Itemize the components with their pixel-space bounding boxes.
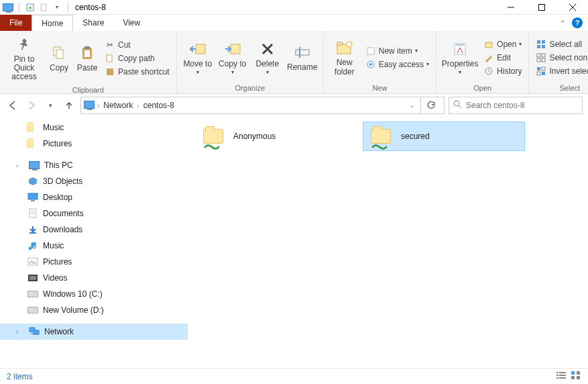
copy-path-button[interactable]: Copy path — [103, 52, 171, 64]
history-icon — [483, 66, 494, 77]
qat-dropdown-icon[interactable]: ▾ — [52, 2, 62, 13]
breadcrumb-network[interactable]: Network — [102, 101, 134, 110]
delete-button[interactable]: Delete▾ — [251, 37, 284, 79]
group-label-select: Select — [533, 83, 588, 93]
svg-rect-13 — [196, 44, 205, 54]
back-button[interactable] — [5, 98, 20, 113]
svg-line-42 — [459, 105, 461, 108]
svg-rect-44 — [31, 200, 35, 201]
tree-item-this-pc[interactable]: ›This PC — [0, 157, 188, 173]
svg-rect-3 — [539, 4, 545, 10]
label: Easy access — [379, 60, 424, 69]
chevron-right-icon[interactable]: › — [97, 102, 99, 109]
chevron-right-icon[interactable]: › — [16, 162, 24, 169]
svg-rect-40 — [542, 72, 545, 75]
tree-item-pictures[interactable]: Pictures — [0, 136, 188, 152]
invert-selection-button[interactable]: Invert selection — [534, 65, 588, 77]
minimize-button[interactable] — [495, 0, 526, 15]
label: Copy — [50, 64, 68, 73]
properties-button[interactable]: Properties▾ — [440, 37, 479, 79]
qat-properties-icon[interactable] — [25, 2, 36, 13]
cut-button[interactable]: ✂Cut — [103, 39, 171, 51]
svg-rect-43 — [28, 193, 38, 199]
up-button[interactable] — [62, 98, 76, 113]
recent-locations-button[interactable]: ▾ — [43, 98, 58, 113]
pin-to-quick-access-button[interactable]: Pin to Quick access — [4, 32, 44, 85]
tree-item-pictures[interactable]: Pictures — [0, 254, 188, 270]
content-pane[interactable]: Anonymous secured — [188, 117, 588, 368]
select-all-button[interactable]: Select all — [534, 38, 588, 50]
scissors-icon: ✂ — [105, 40, 115, 50]
properties-icon — [451, 40, 469, 58]
label: Copy to — [219, 60, 246, 68]
separator — [68, 3, 68, 12]
open-icon — [483, 39, 494, 50]
close-button[interactable] — [557, 0, 588, 15]
address-dropdown-icon[interactable]: ⌄ — [407, 102, 418, 109]
svg-rect-38 — [542, 67, 545, 70]
label: Paste shortcut — [118, 67, 170, 77]
select-none-button[interactable]: Select none — [534, 52, 588, 64]
tree-item-drive-c[interactable]: Windows 10 (C:) — [0, 286, 188, 302]
item-count: 2 items — [7, 372, 33, 381]
tree-item-network[interactable]: ›Network — [0, 324, 188, 340]
new-item-icon — [365, 46, 376, 56]
tree-item-videos[interactable]: Videos — [0, 270, 188, 286]
easy-access-button[interactable]: Easy access ▾ — [364, 58, 430, 70]
svg-rect-20 — [337, 42, 343, 45]
tree-item-desktop[interactable]: Desktop — [0, 189, 188, 205]
history-button[interactable]: History — [482, 65, 523, 77]
tab-home[interactable]: Home — [32, 15, 73, 31]
edit-button[interactable]: Edit — [482, 52, 523, 64]
navigation-pane[interactable]: Music Pictures ›This PC 3D Objects Deskt… — [0, 117, 188, 368]
copy-to-button[interactable]: Copy to▾ — [216, 37, 249, 79]
copy-button[interactable]: Copy — [46, 41, 72, 75]
desktop-icon — [27, 191, 39, 203]
downloads-icon — [27, 224, 39, 236]
tree-item-3d-objects[interactable]: 3D Objects — [0, 173, 188, 189]
paste-shortcut-button[interactable]: Paste shortcut — [103, 66, 171, 78]
label: Documents — [43, 209, 84, 218]
open-button[interactable]: Open ▾ — [482, 38, 523, 50]
svg-rect-37 — [537, 67, 540, 70]
forward-button[interactable] — [24, 98, 39, 113]
tab-share[interactable]: Share — [73, 15, 113, 31]
tree-item-downloads[interactable]: Downloads — [0, 222, 188, 238]
chevron-right-icon[interactable]: › — [137, 102, 139, 109]
label: Select none — [549, 53, 588, 62]
svg-rect-64 — [577, 376, 580, 379]
svg-rect-30 — [542, 40, 545, 44]
tab-view[interactable]: View — [113, 15, 150, 31]
maximize-button[interactable] — [526, 0, 557, 15]
move-to-button[interactable]: Move to▾ — [181, 37, 215, 79]
qat-new-icon[interactable] — [38, 2, 49, 13]
rename-button[interactable]: Rename — [286, 40, 319, 75]
folder-icon — [27, 122, 39, 134]
svg-rect-12 — [107, 68, 113, 75]
label: This PC — [44, 160, 73, 170]
refresh-button[interactable] — [420, 97, 441, 113]
new-folder-button[interactable]: New folder — [328, 36, 361, 79]
details-view-button[interactable] — [556, 371, 567, 382]
search-box[interactable] — [449, 97, 583, 114]
chevron-right-icon[interactable]: › — [16, 328, 24, 336]
svg-rect-11 — [107, 55, 112, 62]
tree-item-documents[interactable]: Documents — [0, 205, 188, 222]
ribbon-collapse-icon[interactable]: ⌃ — [560, 19, 565, 27]
paste-button[interactable]: Paste — [74, 41, 101, 75]
address-bar[interactable]: › Network › centos-8 ⌄ — [80, 97, 445, 114]
search-input[interactable] — [466, 101, 578, 110]
ribbon-tabs: File Home Share View ⌃ ? — [0, 15, 588, 31]
copy-path-icon — [105, 53, 115, 64]
tree-item-music[interactable]: Music — [0, 119, 188, 136]
breadcrumb-current[interactable]: centos-8 — [142, 101, 176, 110]
folder-item-anonymous[interactable]: Anonymous — [196, 122, 357, 150]
new-item-button[interactable]: New item ▾ — [364, 45, 430, 57]
tab-file[interactable]: File — [0, 15, 32, 31]
tree-item-music[interactable]: Music — [0, 238, 188, 254]
folder-item-secured[interactable]: secured — [363, 122, 524, 150]
tree-item-drive-d[interactable]: New Volume (D:) — [0, 302, 188, 318]
copy-to-icon — [223, 40, 242, 58]
large-icons-view-button[interactable] — [571, 371, 581, 382]
help-icon[interactable]: ? — [572, 17, 583, 28]
